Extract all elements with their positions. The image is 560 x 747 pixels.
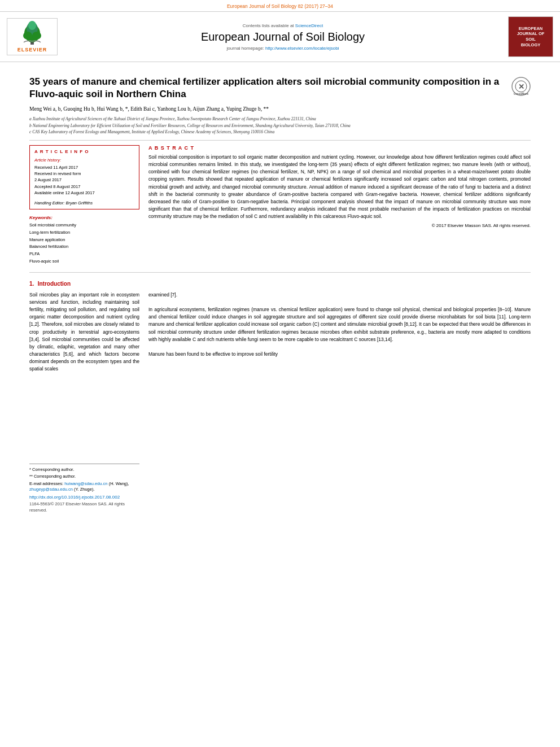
email-2-link[interactable]: zhugeyp@sdau.edu.cn (29, 487, 73, 492)
elsevier-tree-icon (15, 21, 49, 46)
accepted-date: Accepted 8 August 2017 (34, 184, 134, 190)
intro-section-title: Introduction (38, 281, 71, 287)
abstract-text: Soil microbial composition is important … (148, 154, 531, 221)
keywords-block: Keywords: Soil microbial community Long-… (29, 215, 139, 265)
journal-center: Contents lists available at ScienceDirec… (58, 23, 508, 51)
available-date: Available online 12 August 2017 (34, 190, 134, 196)
intro-section-number: 1. (29, 281, 34, 287)
journal-ref-text: European Journal of Soil Biology 82 (201… (227, 3, 333, 9)
keywords-label: Keywords: (29, 215, 139, 220)
homepage-line: journal homepage: http://www.elsevier.co… (63, 46, 502, 51)
revised-label: Received in revised form (34, 171, 134, 177)
affiliation-b: b National Engineering Laboratory for Ef… (29, 123, 531, 129)
article-title-text: 35 years of manure and chemical fertiliz… (29, 76, 506, 101)
keywords-section: Keywords: Soil microbial community Long-… (29, 215, 139, 265)
svg-point-3 (23, 32, 32, 40)
article-info-box: A R T I C L E I N F O Article history: R… (29, 145, 139, 209)
affiliation-a: a Xuzhou Institute of Agricultural Scien… (29, 116, 531, 123)
soil-biology-logo-text: EUROPEAN JOURNAL OF SOIL BIOLOGY (509, 17, 553, 56)
info-abstract-cols: A R T I C L E I N F O Article history: R… (29, 145, 531, 265)
keyword-4: Balanced fertilization (29, 243, 139, 251)
sciencedirect-link[interactable]: ScienceDirect (295, 23, 323, 28)
article-info-col: A R T I C L E I N F O Article history: R… (29, 145, 139, 265)
soil-biology-logo-box: EUROPEAN JOURNAL OF SOIL BIOLOGY (508, 16, 553, 57)
keyword-3: Manure application (29, 237, 139, 244)
journal-reference: European Journal of Soil Biology 82 (201… (0, 0, 560, 11)
svg-point-5 (28, 21, 36, 30)
keyword-5: PLFA (29, 251, 139, 258)
article-history: Article history: Received 11 April 2017 … (34, 158, 134, 196)
keyword-1: Soil microbial community (29, 222, 139, 229)
corresponding-2: ** Corresponding author. (29, 474, 139, 480)
abstract-copyright: © 2017 Elsevier Masson SAS. All rights r… (148, 223, 531, 228)
elsevier-logo: ELSEVIER (7, 18, 58, 55)
issn-copyright: 1164-5563/© 2017 Elsevier Masson SAS. Al… (29, 501, 139, 513)
svg-point-4 (32, 32, 41, 40)
intro-right-text: examined [7]. In agricultural ecosystems… (148, 291, 531, 359)
footnote-area: * Corresponding author. ** Corresponding… (29, 464, 139, 514)
handling-editor: Handling Editor: Bryan Griffiths (34, 200, 134, 206)
keyword-6: Fluvo-aquic soil (29, 258, 139, 265)
svg-text:CrossMark: CrossMark (514, 92, 528, 95)
article-title-row: 35 years of manure and chemical fertiliz… (29, 76, 531, 101)
divider-2 (29, 272, 531, 273)
received-date: Received 11 April 2017 (34, 164, 134, 171)
email-1-link[interactable]: huiwang@sdau.edu.cn (64, 481, 107, 486)
intro-left-col: Soil microbes play an important role in … (29, 291, 139, 514)
abstract-section: A B S T R A C T Soil microbial compositi… (148, 145, 531, 229)
journal-homepage-link[interactable]: http://www.elsevier.com/locate/ejsobi (265, 46, 339, 51)
article-info-heading: A R T I C L E I N F O (34, 149, 134, 154)
intro-right-col: examined [7]. In agricultural ecosystems… (148, 291, 531, 514)
affiliations-block: a Xuzhou Institute of Agricultural Scien… (29, 116, 531, 136)
abstract-heading: A B S T R A C T (148, 145, 531, 151)
article-body: 35 years of manure and chemical fertiliz… (0, 62, 560, 520)
affiliation-c: c CAS Key Laboratory of Forest Ecology a… (29, 129, 531, 136)
svg-text:✕: ✕ (518, 82, 524, 91)
authors-text: Meng Wei a, b, Guoqing Hu b, Hui Wang b,… (29, 106, 269, 112)
crossmark-icon: ✕ CrossMark (511, 77, 531, 99)
journal-header: ELSEVIER Contents lists available at Sci… (0, 11, 560, 62)
intro-two-col: Soil microbes play an important role in … (29, 291, 531, 514)
email-line: E-mail addresses: huiwang@sdau.edu.cn (H… (29, 481, 139, 493)
keyword-2: Long-term fertilization (29, 229, 139, 237)
page: European Journal of Soil Biology 82 (201… (0, 0, 560, 747)
elsevier-brand-name: ELSEVIER (18, 47, 47, 53)
authors-line: Meng Wei a, b, Guoqing Hu b, Hui Wang b,… (29, 105, 531, 113)
doi-link[interactable]: http://dx.doi.org/10.1016/j.ejsobi.2017.… (29, 495, 120, 500)
divider-1 (29, 140, 531, 141)
corresponding-1: * Corresponding author. (29, 467, 139, 473)
contents-available-line: Contents lists available at ScienceDirec… (63, 23, 502, 28)
intro-heading-row: 1. Introduction (29, 281, 531, 287)
email-2-name: (Y. Zhuge). (74, 487, 95, 492)
intro-left-text: Soil microbes play an important role in … (29, 291, 139, 373)
journal-title: European Journal of Soil Biology (63, 30, 502, 43)
revised-date: 2 August 2017 (34, 177, 134, 183)
email-1-name: (H. Wang), (109, 481, 129, 486)
introduction-section: 1. Introduction Soil microbes play an im… (29, 281, 531, 514)
email-label: E-mail addresses: (29, 481, 63, 486)
history-label: Article history: (34, 158, 134, 163)
abstract-col: A B S T R A C T Soil microbial compositi… (148, 145, 531, 265)
